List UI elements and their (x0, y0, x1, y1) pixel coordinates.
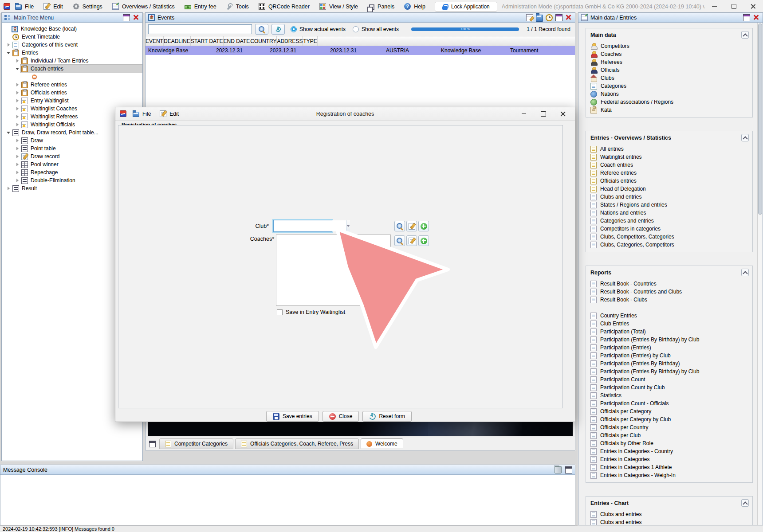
console-maximize-icon[interactable] (565, 466, 572, 473)
list-item[interactable]: Head of Delegation (586, 185, 752, 193)
tree-expander[interactable] (5, 41, 12, 49)
dialog-menu-item[interactable]: File (128, 107, 155, 121)
tree-item[interactable]: Entries (2, 49, 142, 57)
tree-item[interactable] (2, 73, 142, 81)
list-item[interactable]: Coaches (586, 50, 752, 58)
column-header[interactable]: START DATE (191, 36, 223, 46)
column-header[interactable]: END DATE (224, 36, 251, 46)
menubar-item[interactable]: Help (399, 0, 430, 13)
list-item[interactable]: Competitors in categories (586, 225, 752, 233)
list-item[interactable]: Competitors (586, 42, 752, 50)
edit-columns-icon[interactable] (526, 14, 533, 21)
tree-expander[interactable] (5, 33, 12, 41)
window-close-button[interactable] (743, 0, 763, 13)
column-header[interactable]: COUNTRY (250, 36, 277, 46)
tree-expander[interactable] (14, 89, 20, 97)
events-filter-radio[interactable]: Show actual events (291, 26, 346, 32)
list-item[interactable]: Clubs, Categories, Competitors (586, 241, 752, 249)
scrollbar[interactable] (757, 23, 763, 525)
dialog-button[interactable]: Close (323, 411, 359, 422)
report-item[interactable]: Participation Count (586, 376, 752, 383)
dialog-close-button[interactable] (555, 108, 570, 120)
coaches-listbox[interactable] (276, 235, 391, 306)
tree-expander[interactable] (14, 113, 20, 121)
column-header[interactable]: TYPE (303, 36, 317, 46)
column-header[interactable]: EVENT (146, 36, 164, 46)
tree-expander[interactable] (14, 176, 20, 184)
main-data-close-icon[interactable] (753, 14, 760, 21)
list-item[interactable]: Coach entries (586, 161, 752, 169)
club-search-button[interactable] (394, 221, 405, 231)
report-item[interactable]: Entries in Categories 1 Athlete (586, 463, 752, 471)
report-item[interactable]: Participation (Entries By Birthday) by C… (586, 336, 752, 344)
list-item[interactable]: Categories (586, 82, 752, 90)
events-close-icon[interactable] (565, 14, 572, 21)
club-edit-button[interactable] (406, 221, 417, 231)
window-restore-button[interactable] (724, 0, 743, 13)
list-item[interactable]: Referee entries (586, 169, 752, 177)
report-item[interactable]: Participation Count by Club (586, 383, 752, 391)
list-item[interactable]: Clubs, Competitors, Categories (586, 233, 752, 241)
menubar-item[interactable]: Edit (39, 0, 68, 13)
tree-item[interactable]: Entry Waitinglist (2, 97, 142, 105)
tree-expander[interactable] (5, 184, 12, 192)
list-item[interactable]: Clubs and entries (586, 193, 752, 201)
tree-expander[interactable] (14, 168, 20, 176)
coaches-add-button[interactable] (418, 235, 429, 246)
tree-item[interactable]: Individual / Team Entries (2, 57, 142, 65)
report-item[interactable]: Participation (Entries By Birthday) (586, 360, 752, 368)
column-header[interactable]: DEADLINE (164, 36, 191, 46)
tree-item[interactable]: Coach entries (2, 65, 142, 73)
tree-item[interactable]: Categories of this event (2, 41, 142, 49)
lock-application-button[interactable]: Lock Application (435, 2, 497, 12)
tree-expander[interactable] (4, 25, 11, 33)
menubar-item[interactable]: Settings (68, 0, 107, 13)
list-item[interactable]: Kata (586, 106, 752, 114)
search-button[interactable] (255, 24, 268, 35)
menubar-item[interactable]: Entry fee (180, 0, 221, 13)
chart-item[interactable]: Clubs and entries (586, 518, 752, 525)
report-item[interactable]: Participation (Entries By Birthday) by C… (586, 368, 752, 376)
list-item[interactable]: Referees (586, 58, 752, 66)
menubar-item[interactable]: File (10, 0, 39, 13)
list-item[interactable]: Categories and entries (586, 217, 752, 225)
report-item[interactable]: Result Book - Countries and Clubs (586, 288, 752, 296)
clear-console-icon[interactable] (555, 466, 562, 473)
report-item[interactable]: Result Book - Clubs (586, 296, 752, 304)
report-item[interactable]: Participation (Entries) (586, 344, 752, 352)
tree-item[interactable]: Referee entries (2, 81, 142, 89)
bottom-tab[interactable]: Officials Categories, Coach, Referee, Pr… (235, 438, 359, 449)
club-dropdown-button[interactable] (346, 220, 350, 231)
chart-item[interactable]: Clubs and entries (586, 510, 752, 518)
history-icon[interactable] (546, 14, 553, 21)
menubar-item[interactable]: Panels (363, 0, 399, 13)
report-item[interactable]: Officials per Category (586, 407, 752, 415)
collapse-chevron-icon[interactable] (741, 499, 749, 507)
events-maximize-icon[interactable] (555, 14, 562, 21)
collapse-chevron-icon[interactable] (741, 269, 749, 276)
tree-panel-maximize-icon[interactable] (123, 14, 130, 21)
tree-expander[interactable] (14, 153, 20, 160)
refresh-button[interactable] (271, 24, 285, 35)
list-item[interactable]: Clubs (586, 74, 752, 82)
waitinglist-checkbox[interactable] (277, 309, 283, 315)
tree-expander[interactable] (14, 160, 20, 168)
report-item[interactable]: Officials by Other Role (586, 439, 752, 447)
report-item[interactable]: Officials per Country (586, 423, 752, 431)
report-item[interactable]: Participation (Entries) by Club (586, 352, 752, 360)
list-item[interactable]: Nations (586, 90, 752, 98)
list-item[interactable]: Federal associations / Regions (586, 98, 752, 106)
coaches-search-button[interactable] (394, 235, 405, 246)
dialog-minimize-button[interactable] (516, 108, 531, 120)
list-item[interactable]: Waitinglist entries (586, 153, 752, 161)
list-item[interactable]: States / Regions and entries (586, 201, 752, 209)
report-item[interactable]: Entries in Categories - Country (586, 447, 752, 455)
bottom-tab[interactable]: Welcome (361, 438, 403, 449)
list-item[interactable]: Officials entries (586, 177, 752, 185)
menubar-item[interactable]: QRCode Reader (254, 0, 315, 13)
bottom-tab[interactable]: Competitor Categories (159, 438, 233, 449)
tree-expander[interactable] (14, 145, 20, 153)
collapse-chevron-icon[interactable] (741, 134, 749, 141)
tree-item[interactable]: Knowledge Base (local) (2, 25, 142, 33)
report-item[interactable]: Participation (Total) (586, 328, 752, 336)
